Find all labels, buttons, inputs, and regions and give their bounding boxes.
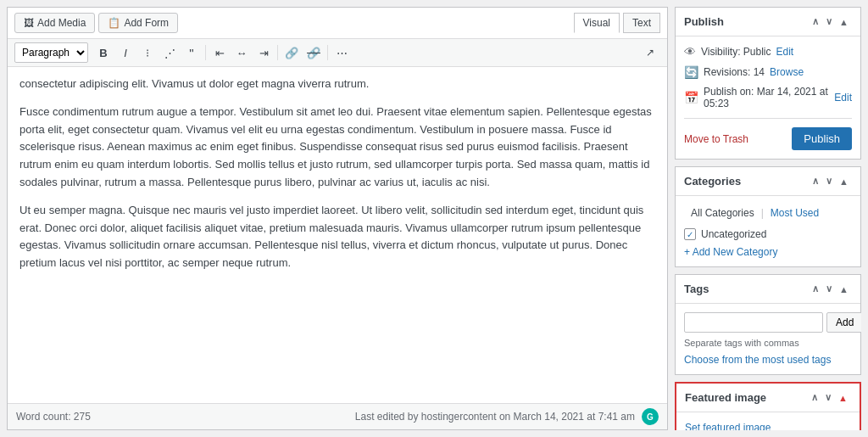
align-right-button[interactable]: ⇥ xyxy=(253,43,274,62)
add-media-button[interactable]: 🖼 Add Media xyxy=(14,13,95,33)
publish-panel-down[interactable]: ∨ xyxy=(822,14,836,29)
category-label: Uncategorized xyxy=(701,228,766,240)
category-item-uncategorized: ✓ Uncategorized xyxy=(684,228,852,240)
tags-panel-toggle[interactable]: ▲ xyxy=(836,283,852,296)
editor-paragraph-3: Ut eu semper magna. Quisque nec mauris v… xyxy=(19,202,655,272)
tags-panel-body: Add Separate tags with commas Choose fro… xyxy=(676,304,860,374)
category-tabs: All Categories | Most Used xyxy=(684,204,852,221)
visibility-icon: 👁 xyxy=(684,45,696,59)
featured-image-panel-toggle[interactable]: ▲ xyxy=(835,391,851,405)
tags-panel-title: Tags xyxy=(684,283,809,295)
visibility-label: Visibility: Public xyxy=(701,46,771,58)
tags-panel-down[interactable]: ∨ xyxy=(822,282,836,296)
publish-actions: Move to Trash Publish xyxy=(684,118,852,150)
featured-image-panel-down[interactable]: ∨ xyxy=(821,390,835,405)
featured-image-panel-header: Featured image ∧ ∨ ▲ xyxy=(676,384,860,412)
tab-most-used[interactable]: Most Used xyxy=(764,204,826,221)
tags-panel: Tags ∧ ∨ ▲ Add Separate tags with commas… xyxy=(675,274,861,375)
tags-panel-up[interactable]: ∧ xyxy=(809,282,822,296)
publish-panel-body: 👁 Visibility: Public Edit 🔄 Revisions: 1… xyxy=(676,36,860,159)
italic-button[interactable]: I xyxy=(115,43,136,62)
grammarly-icon: G xyxy=(642,408,659,425)
categories-panel-up[interactable]: ∧ xyxy=(809,174,822,188)
tags-input[interactable] xyxy=(684,312,823,333)
categories-panel-body: All Categories | Most Used ✓ Uncategoriz… xyxy=(676,196,860,266)
visibility-row: 👁 Visibility: Public Edit xyxy=(684,45,852,59)
visual-tab[interactable]: Visual xyxy=(574,13,620,33)
editor-paragraph-2: Fusce condimentum rutrum augue a tempor.… xyxy=(19,104,655,192)
align-left-button[interactable]: ⇤ xyxy=(209,43,230,62)
publish-on-edit-link[interactable]: Edit xyxy=(834,92,852,104)
categories-panel-toggle[interactable]: ▲ xyxy=(836,175,852,188)
editor-content[interactable]: consectetur adipiscing elit. Vivamus ut … xyxy=(8,67,667,403)
paragraph-select[interactable]: Paragraph xyxy=(14,42,88,63)
ordered-list-button[interactable]: ⋰ xyxy=(159,43,180,62)
featured-image-panel-body: Set featured image xyxy=(676,412,860,430)
calendar-icon: 📅 xyxy=(684,91,698,104)
editor-toolbar-top: 🖼 Add Media 📋 Add Form Visual Text xyxy=(8,8,667,39)
text-tab[interactable]: Text xyxy=(623,13,660,33)
revisions-label: Revisions: 14 xyxy=(704,66,765,78)
tags-panel-header: Tags ∧ ∨ ▲ xyxy=(676,275,860,304)
separator xyxy=(205,45,206,60)
publish-panel-up[interactable]: ∧ xyxy=(809,14,822,29)
categories-panel-title: Categories xyxy=(684,175,809,188)
unlink-button[interactable]: 🔗 xyxy=(303,43,324,62)
bold-button[interactable]: B xyxy=(93,43,114,62)
tags-input-row: Add xyxy=(684,312,852,333)
publish-panel-title: Publish xyxy=(684,15,809,28)
move-to-trash-link[interactable]: Move to Trash xyxy=(684,133,748,145)
add-form-icon: 📋 xyxy=(108,17,120,29)
editor-paragraph-1: consectetur adipiscing elit. Vivamus ut … xyxy=(19,76,655,93)
format-bar: Paragraph B I ⁝ ⋰ " ⇤ ↔ ⇥ 🔗 🔗 ⋯ ↗ xyxy=(8,39,667,67)
publish-panel-header: Publish ∧ ∨ ▲ xyxy=(676,8,860,36)
link-button[interactable]: 🔗 xyxy=(281,43,302,62)
choose-tags-link[interactable]: Choose from the most used tags xyxy=(684,354,831,366)
publish-on-label: Publish on: Mar 14, 2021 at 05:23 xyxy=(704,86,829,109)
tab-all-categories[interactable]: All Categories xyxy=(684,204,761,221)
blockquote-button[interactable]: " xyxy=(181,43,202,62)
tags-hint: Separate tags with commas xyxy=(684,338,852,348)
categories-panel-header: Categories ∧ ∨ ▲ xyxy=(676,167,860,196)
publish-button[interactable]: Publish xyxy=(792,127,852,150)
visibility-edit-link[interactable]: Edit xyxy=(776,46,793,58)
category-checkbox[interactable]: ✓ xyxy=(684,228,696,240)
publish-on-row: 📅 Publish on: Mar 14, 2021 at 05:23 Edit xyxy=(684,86,852,109)
revisions-browse-link[interactable]: Browse xyxy=(770,66,804,78)
word-count: Word count: 275 xyxy=(16,411,91,423)
separator3 xyxy=(327,45,328,60)
last-edited: Last edited by hostingercontent on March… xyxy=(355,411,635,423)
revisions-icon: 🔄 xyxy=(684,65,698,79)
editor-area: 🖼 Add Media 📋 Add Form Visual Text Parag… xyxy=(7,7,668,430)
publish-panel: Publish ∧ ∨ ▲ 👁 Visibility: Public Edit … xyxy=(675,7,861,160)
sidebar: Publish ∧ ∨ ▲ 👁 Visibility: Public Edit … xyxy=(675,7,861,430)
unordered-list-button[interactable]: ⁝ xyxy=(137,43,158,62)
publish-panel-toggle[interactable]: ▲ xyxy=(836,15,852,29)
revisions-row: 🔄 Revisions: 14 Browse xyxy=(684,65,852,79)
featured-image-panel-up[interactable]: ∧ xyxy=(808,390,821,405)
align-center-button[interactable]: ↔ xyxy=(231,43,252,62)
categories-panel-down[interactable]: ∨ xyxy=(822,174,836,188)
add-media-icon: 🖼 xyxy=(24,17,34,29)
add-form-button[interactable]: 📋 Add Form xyxy=(98,13,178,33)
more-button[interactable]: ⋯ xyxy=(331,43,352,62)
set-featured-image-link[interactable]: Set featured image xyxy=(685,422,771,430)
featured-image-panel: Featured image ∧ ∨ ▲ Set featured image xyxy=(675,382,861,430)
expand-button[interactable]: ↗ xyxy=(640,43,660,62)
separator2 xyxy=(277,45,278,60)
editor-footer: Word count: 275 Last edited by hostinger… xyxy=(8,403,667,429)
add-tag-button[interactable]: Add xyxy=(826,312,861,333)
featured-image-panel-title: Featured image xyxy=(685,391,808,404)
add-new-category-link[interactable]: + Add New Category xyxy=(684,246,777,258)
categories-panel: Categories ∧ ∨ ▲ All Categories | Most U… xyxy=(675,166,861,267)
